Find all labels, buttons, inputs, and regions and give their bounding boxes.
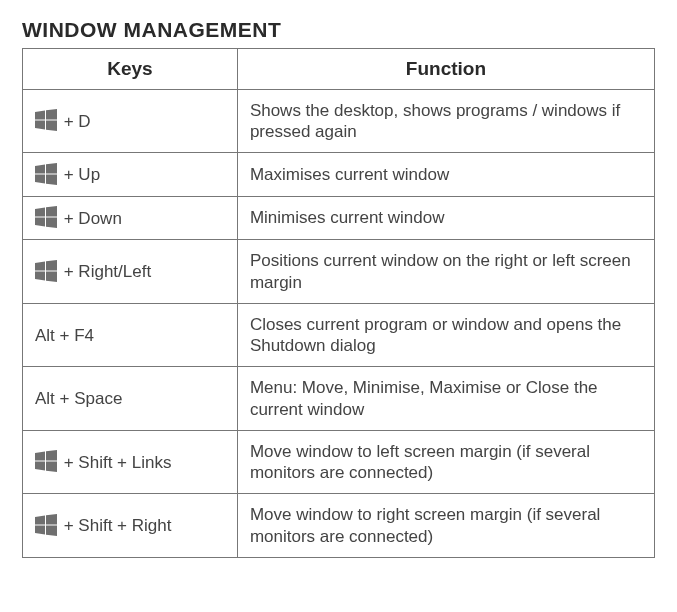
function-cell: Shows the desktop, shows programs / wind… bbox=[237, 89, 654, 153]
svg-marker-20 bbox=[35, 515, 45, 524]
windows-key-icon bbox=[35, 163, 57, 185]
windows-key-icon bbox=[35, 450, 57, 472]
svg-marker-7 bbox=[46, 174, 57, 185]
svg-marker-0 bbox=[35, 111, 45, 120]
keys-cell: + Shift + Right bbox=[23, 494, 238, 558]
table-row: Alt + F4Closes current program or window… bbox=[23, 303, 655, 367]
keys-text: + Up bbox=[59, 165, 100, 184]
function-cell: Move window to left screen margin (if se… bbox=[237, 430, 654, 494]
keys-text: + Shift + Links bbox=[59, 453, 171, 472]
table-row: + Right/LeftPositions current window on … bbox=[23, 240, 655, 304]
svg-marker-2 bbox=[35, 121, 45, 130]
svg-marker-14 bbox=[35, 271, 45, 280]
svg-marker-18 bbox=[35, 462, 45, 471]
table-row: + Shift + LinksMove window to left scree… bbox=[23, 430, 655, 494]
header-function: Function bbox=[237, 49, 654, 90]
windows-key-icon bbox=[35, 514, 57, 536]
svg-marker-5 bbox=[46, 163, 57, 174]
svg-marker-16 bbox=[35, 452, 45, 461]
table-row: + UpMaximises current window bbox=[23, 153, 655, 197]
function-cell: Minimises current window bbox=[237, 196, 654, 240]
svg-marker-17 bbox=[46, 450, 57, 461]
function-cell: Move window to right screen margin (if s… bbox=[237, 494, 654, 558]
svg-marker-1 bbox=[46, 109, 57, 120]
keys-cell: + Shift + Links bbox=[23, 430, 238, 494]
header-keys: Keys bbox=[23, 49, 238, 90]
windows-key-icon bbox=[35, 206, 57, 228]
svg-marker-13 bbox=[46, 260, 57, 271]
table-row: + DownMinimises current window bbox=[23, 196, 655, 240]
svg-marker-9 bbox=[46, 206, 57, 217]
keys-text: + Right/Left bbox=[59, 262, 151, 281]
shortcut-table: Keys Function + DShows the desktop, show… bbox=[22, 48, 655, 558]
svg-marker-21 bbox=[46, 514, 57, 525]
keys-cell: Alt + Space bbox=[23, 367, 238, 431]
table-header-row: Keys Function bbox=[23, 49, 655, 90]
keys-cell: + Right/Left bbox=[23, 240, 238, 304]
svg-marker-15 bbox=[46, 271, 57, 282]
function-cell: Maximises current window bbox=[237, 153, 654, 197]
svg-marker-23 bbox=[46, 525, 57, 536]
keys-text: + Down bbox=[59, 209, 122, 228]
section-title: WINDOW MANAGEMENT bbox=[22, 18, 655, 42]
svg-marker-4 bbox=[35, 164, 45, 173]
function-cell: Positions current window on the right or… bbox=[237, 240, 654, 304]
keys-cell: + Down bbox=[23, 196, 238, 240]
keys-text: Alt + Space bbox=[35, 389, 122, 408]
windows-key-icon bbox=[35, 260, 57, 282]
function-cell: Closes current program or window and ope… bbox=[237, 303, 654, 367]
svg-marker-3 bbox=[46, 121, 57, 132]
svg-marker-8 bbox=[35, 208, 45, 217]
function-cell: Menu: Move, Minimise, Maximise or Close … bbox=[237, 367, 654, 431]
keys-cell: Alt + F4 bbox=[23, 303, 238, 367]
keys-cell: + D bbox=[23, 89, 238, 153]
keys-text: + D bbox=[59, 112, 91, 131]
table-row: Alt + SpaceMenu: Move, Minimise, Maximis… bbox=[23, 367, 655, 431]
keys-text: + Shift + Right bbox=[59, 516, 171, 535]
keys-cell: + Up bbox=[23, 153, 238, 197]
keys-text: Alt + F4 bbox=[35, 326, 94, 345]
svg-marker-12 bbox=[35, 261, 45, 270]
svg-marker-6 bbox=[35, 174, 45, 183]
table-row: + Shift + RightMove window to right scre… bbox=[23, 494, 655, 558]
table-row: + DShows the desktop, shows programs / w… bbox=[23, 89, 655, 153]
svg-marker-22 bbox=[35, 525, 45, 534]
windows-key-icon bbox=[35, 109, 57, 131]
svg-marker-19 bbox=[46, 462, 57, 473]
svg-marker-10 bbox=[35, 218, 45, 227]
svg-marker-11 bbox=[46, 218, 57, 229]
